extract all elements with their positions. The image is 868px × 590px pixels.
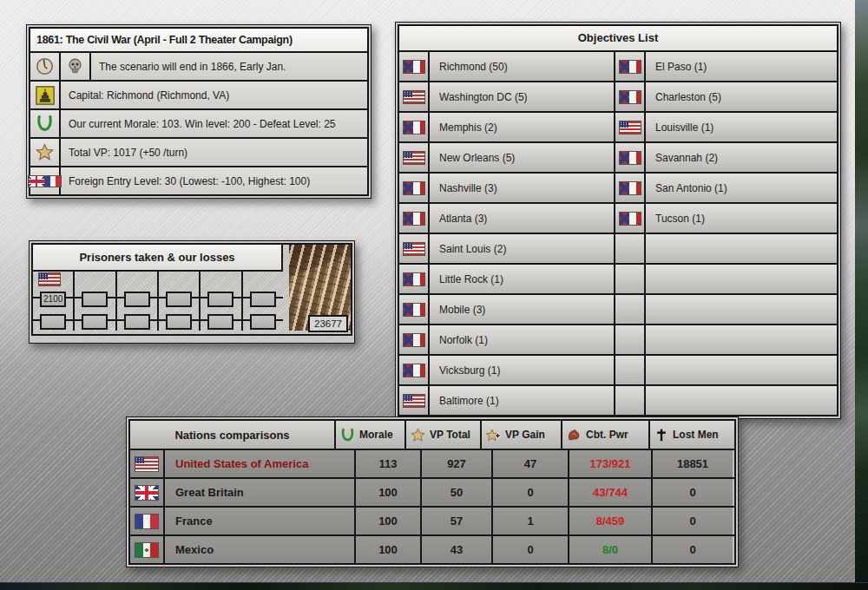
morale-text: Our current Morale: 103. Win level: 200 … <box>61 110 367 137</box>
losses-column: 2100 <box>33 272 75 331</box>
prisoners-title: Prisoners taken & our losses <box>33 245 283 272</box>
losses-column <box>159 272 201 331</box>
nation-vp-gain: 1 <box>493 508 569 534</box>
objective-city[interactable]: Little Rock (1) <box>430 265 615 293</box>
faction-flag-icon <box>620 273 641 285</box>
capital-text: Capital: Richmond (Richmond, VA) <box>61 82 367 108</box>
objective-row: Mobile (3) <box>399 295 837 325</box>
faction-flag-icon <box>404 364 424 377</box>
enemy-flag-icon <box>39 273 60 285</box>
nation-vp-gain: 0 <box>493 536 569 563</box>
column-label: Lost Men <box>673 429 719 441</box>
map-edge-bottom <box>0 582 868 590</box>
faction-flag-icon <box>620 304 641 316</box>
nation-lost-men: 18851 <box>653 450 733 477</box>
objective-city[interactable]: Charleston (5) <box>646 82 837 111</box>
nation-name: Mexico <box>165 536 356 563</box>
capitol-icon <box>36 86 55 105</box>
prisoners-count-box: 2100 <box>40 292 66 307</box>
objective-flag-cell <box>399 295 430 324</box>
objective-city[interactable]: Savannah (2) <box>646 143 837 172</box>
star-plus-icon <box>486 428 501 442</box>
losses-column <box>201 272 242 331</box>
clock-icon <box>36 57 54 75</box>
objective-row: Vicksburg (1) <box>399 356 837 386</box>
faction-flag-icon <box>404 395 424 407</box>
morale-column-header: Morale <box>336 421 406 449</box>
nation-lost-men: 0 <box>653 508 733 534</box>
objective-flag-cell <box>615 386 646 415</box>
objective-city[interactable]: Washington DC (5) <box>430 82 615 111</box>
objective-flag-cell <box>615 295 646 324</box>
faction-flag-icon <box>404 121 424 134</box>
faction-flag-icon <box>620 91 641 103</box>
faction-flag-icon <box>620 61 641 73</box>
nation-lost-men: 0 <box>653 536 733 563</box>
column-label: VP Gain <box>505 429 545 441</box>
objective-city[interactable]: Vicksburg (1) <box>430 356 615 384</box>
objective-flag-cell <box>615 143 646 172</box>
scenario-vp-row: Total VP: 1017 (+50 /turn) <box>30 139 367 167</box>
morale-icon-cell <box>30 110 61 137</box>
column-label: Morale <box>359 429 393 441</box>
scenario-end-text: The scenario will end in 1866, Early Jan… <box>91 53 367 80</box>
objective-flag-cell <box>399 113 430 141</box>
nations-comparison-panel: Nations comparisons Morale VP Total VP G… <box>126 416 739 567</box>
faction-flag-icon <box>620 152 641 164</box>
objective-city[interactable]: Mobile (3) <box>430 295 615 324</box>
map-edge-right <box>855 0 868 590</box>
scenario-info-panel: 1861: The Civil War (April - Full 2 Thea… <box>26 24 372 199</box>
objective-city <box>646 295 837 324</box>
objective-flag-cell <box>399 234 430 263</box>
objective-city[interactable]: Norfolk (1) <box>430 325 615 354</box>
objective-flag-cell <box>399 356 430 384</box>
nation-flag-cell <box>130 479 165 506</box>
objective-city <box>646 386 837 415</box>
column-label: Cbt. Pwr <box>586 429 628 441</box>
objective-row: Baltimore (1) <box>399 386 837 415</box>
nation-vp-total: 927 <box>422 450 493 477</box>
objective-city[interactable]: Nashville (3) <box>430 174 615 202</box>
faction-flag-icon <box>404 334 424 346</box>
objective-city[interactable]: San Antonio (1) <box>646 174 837 202</box>
faction-flag-icon <box>404 152 424 164</box>
france-flag-icon <box>45 176 61 187</box>
losses-box <box>207 314 233 330</box>
nation-row: Mexico 100 43 0 8/0 0 <box>130 536 734 563</box>
star-icon <box>36 143 54 161</box>
losses-column <box>243 272 283 331</box>
objective-flag-cell <box>399 174 430 202</box>
objective-city[interactable]: El Paso (1) <box>646 52 837 81</box>
nation-name: France <box>165 508 356 534</box>
nation-vp-total: 50 <box>422 479 493 506</box>
objective-flag-cell <box>615 174 646 202</box>
objective-row: Little Rock (1) <box>399 265 837 295</box>
vp-icon-cell <box>30 139 61 166</box>
faction-flag-icon <box>404 304 424 316</box>
nation-vp-total: 57 <box>422 508 493 534</box>
objective-city[interactable]: New Orleans (5) <box>430 143 615 172</box>
faction-flag-icon <box>404 91 424 103</box>
losses-box <box>124 292 150 307</box>
objective-city[interactable]: Atlanta (3) <box>430 204 615 233</box>
objective-city[interactable]: Richmond (50) <box>430 52 615 81</box>
objective-city[interactable]: Saint Louis (2) <box>430 234 615 263</box>
objective-city[interactable]: Louisville (1) <box>646 113 837 141</box>
faction-flag-icon <box>620 182 641 194</box>
objective-city <box>646 265 837 293</box>
nation-cbt-pwr: 173/921 <box>569 450 653 477</box>
objective-city[interactable]: Baltimore (1) <box>430 386 615 415</box>
column-label: VP Total <box>430 429 470 441</box>
losses-box <box>207 292 233 307</box>
objective-row: Richmond (50) El Paso (1) <box>399 52 837 82</box>
objective-flag-cell <box>399 82 430 111</box>
nation-flag-cell <box>130 450 165 477</box>
objective-city[interactable]: Tucson (1) <box>646 204 837 233</box>
objective-flag-cell <box>399 325 430 354</box>
capital-icon-cell <box>30 82 61 108</box>
objective-city[interactable]: Memphis (2) <box>430 113 615 141</box>
nation-cbt-pwr: 8/459 <box>569 508 653 534</box>
faction-flag-icon <box>620 364 641 377</box>
objective-flag-cell <box>615 356 646 384</box>
vp-total-column-header: VP Total <box>406 421 482 449</box>
